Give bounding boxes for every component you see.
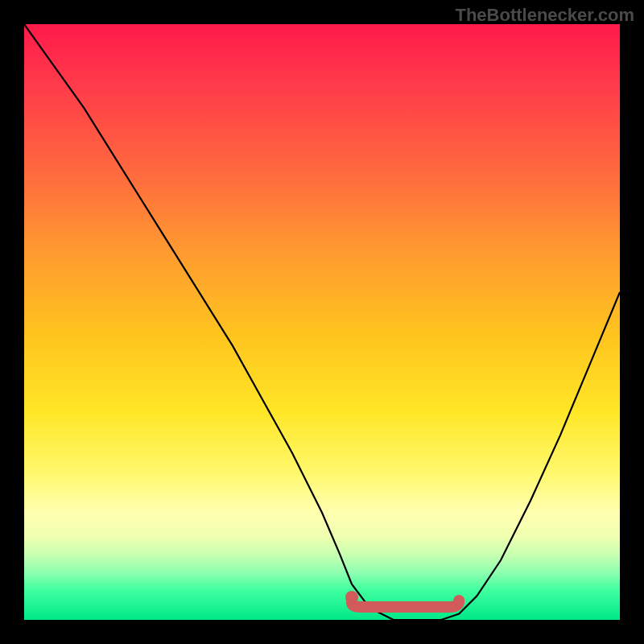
chart-plot-area: [24, 24, 620, 620]
watermark-text: TheBottlenecker.com: [455, 5, 634, 26]
bottleneck-curve-line: [24, 24, 620, 620]
chart-svg: [24, 24, 620, 620]
optimal-range-marker: [352, 601, 459, 607]
optimal-range-start-dot: [345, 591, 358, 604]
